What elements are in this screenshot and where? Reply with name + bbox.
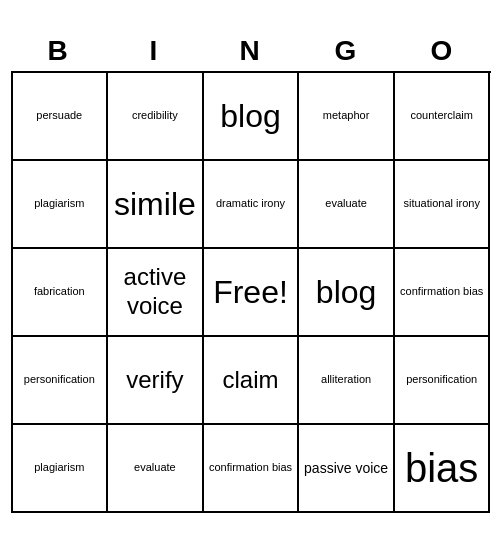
cell-text-19: personification bbox=[406, 373, 477, 386]
bingo-cell-16[interactable]: verify bbox=[108, 337, 204, 425]
bingo-card: B I N G O persuadecredibilityblogmetapho… bbox=[11, 31, 491, 513]
header-o: O bbox=[395, 31, 491, 71]
cell-text-21: evaluate bbox=[134, 461, 176, 474]
bingo-cell-1[interactable]: credibility bbox=[108, 73, 204, 161]
bingo-cell-20[interactable]: plagiarism bbox=[13, 425, 109, 513]
bingo-cell-7[interactable]: dramatic irony bbox=[204, 161, 300, 249]
bingo-cell-5[interactable]: plagiarism bbox=[13, 161, 109, 249]
cell-text-13: blog bbox=[316, 273, 377, 311]
header-i: I bbox=[107, 31, 203, 71]
bingo-cell-8[interactable]: evaluate bbox=[299, 161, 395, 249]
bingo-cell-2[interactable]: blog bbox=[204, 73, 300, 161]
bingo-cell-10[interactable]: fabrication bbox=[13, 249, 109, 337]
bingo-cell-15[interactable]: personification bbox=[13, 337, 109, 425]
bingo-cell-21[interactable]: evaluate bbox=[108, 425, 204, 513]
bingo-cell-24[interactable]: bias bbox=[395, 425, 491, 513]
cell-text-2: blog bbox=[220, 97, 281, 135]
cell-text-12: Free! bbox=[213, 273, 288, 311]
cell-text-10: fabrication bbox=[34, 285, 85, 298]
bingo-cell-17[interactable]: claim bbox=[204, 337, 300, 425]
cell-text-3: metaphor bbox=[323, 109, 369, 122]
cell-text-22: confirmation bias bbox=[209, 461, 292, 474]
cell-text-9: situational irony bbox=[403, 197, 479, 210]
header-b: B bbox=[11, 31, 107, 71]
header-g: G bbox=[299, 31, 395, 71]
cell-text-1: credibility bbox=[132, 109, 178, 122]
bingo-cell-12[interactable]: Free! bbox=[204, 249, 300, 337]
cell-text-23: passive voice bbox=[304, 460, 388, 477]
cell-text-0: persuade bbox=[36, 109, 82, 122]
cell-text-4: counterclaim bbox=[411, 109, 473, 122]
bingo-grid: persuadecredibilityblogmetaphorcountercl… bbox=[11, 71, 491, 513]
cell-text-6: simile bbox=[114, 185, 196, 223]
bingo-cell-22[interactable]: confirmation bias bbox=[204, 425, 300, 513]
bingo-cell-23[interactable]: passive voice bbox=[299, 425, 395, 513]
bingo-cell-13[interactable]: blog bbox=[299, 249, 395, 337]
bingo-cell-9[interactable]: situational irony bbox=[395, 161, 491, 249]
header-n: N bbox=[203, 31, 299, 71]
cell-text-11: active voice bbox=[112, 263, 198, 321]
cell-text-5: plagiarism bbox=[34, 197, 84, 210]
bingo-cell-14[interactable]: confirmation bias bbox=[395, 249, 491, 337]
bingo-cell-11[interactable]: active voice bbox=[108, 249, 204, 337]
cell-text-20: plagiarism bbox=[34, 461, 84, 474]
cell-text-14: confirmation bias bbox=[400, 285, 483, 298]
cell-text-17: claim bbox=[222, 366, 278, 395]
cell-text-24: bias bbox=[405, 444, 478, 492]
bingo-header: B I N G O bbox=[11, 31, 491, 71]
bingo-cell-4[interactable]: counterclaim bbox=[395, 73, 491, 161]
bingo-cell-0[interactable]: persuade bbox=[13, 73, 109, 161]
cell-text-7: dramatic irony bbox=[216, 197, 285, 210]
cell-text-15: personification bbox=[24, 373, 95, 386]
bingo-cell-19[interactable]: personification bbox=[395, 337, 491, 425]
bingo-cell-6[interactable]: simile bbox=[108, 161, 204, 249]
bingo-cell-3[interactable]: metaphor bbox=[299, 73, 395, 161]
cell-text-18: alliteration bbox=[321, 373, 371, 386]
cell-text-16: verify bbox=[126, 366, 183, 395]
bingo-cell-18[interactable]: alliteration bbox=[299, 337, 395, 425]
cell-text-8: evaluate bbox=[325, 197, 367, 210]
